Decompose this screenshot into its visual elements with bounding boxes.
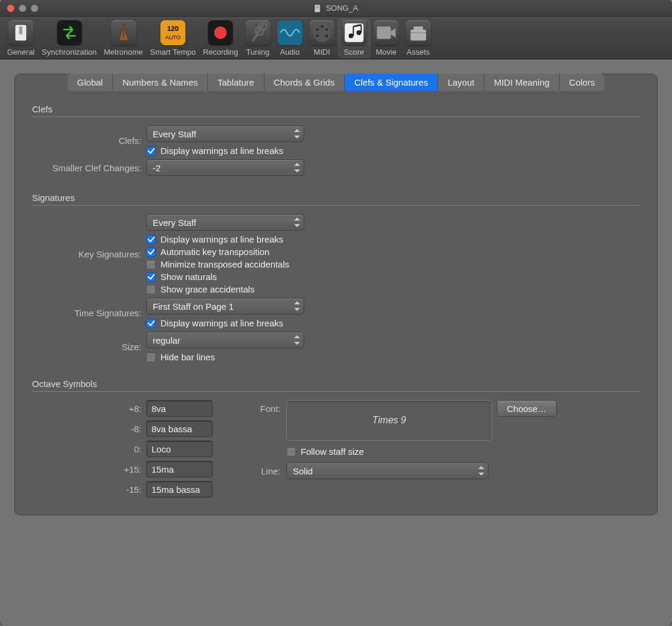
time-warnings-checkbox[interactable]: Display warnings at line breaks xyxy=(146,318,304,328)
score-icon xyxy=(342,20,367,45)
toolbar-recording[interactable]: Recording xyxy=(200,19,242,58)
toolbar-label: Movie xyxy=(376,48,397,56)
tab-global[interactable]: Global xyxy=(68,74,113,91)
minus8-label: -8: xyxy=(32,424,146,434)
settings-panel: GlobalNumbers & NamesTablatureChords & G… xyxy=(14,74,658,515)
svg-point-17 xyxy=(321,26,323,28)
svg-rect-2 xyxy=(316,7,319,7)
plus15-label: +15: xyxy=(32,464,146,474)
toolbar-label: Synchronization xyxy=(42,48,97,56)
svg-point-19 xyxy=(326,29,328,31)
plus8-field[interactable]: 8va xyxy=(146,400,213,417)
tuning-icon xyxy=(245,20,270,45)
plus15-field[interactable]: 15ma xyxy=(146,461,213,477)
svg-rect-3 xyxy=(316,8,319,8)
toolbar-score[interactable]: Score xyxy=(338,19,370,58)
clef-warnings-checkbox[interactable]: Display warnings at line breaks xyxy=(146,146,304,156)
minimize-icon[interactable] xyxy=(19,5,26,12)
smaller-clef-popup[interactable]: -2 xyxy=(146,159,304,176)
toolbar-smart-tempo[interactable]: 120AUTOSmart Tempo xyxy=(147,19,200,58)
toolbar-tuning[interactable]: Tuning xyxy=(242,19,274,58)
minus15-field[interactable]: 15ma bassa xyxy=(146,481,213,498)
zero-field[interactable]: Loco xyxy=(146,441,213,457)
clefs-popup[interactable]: Every Staff xyxy=(146,125,304,142)
size-popup[interactable]: regular xyxy=(146,332,304,348)
font-label: Font: xyxy=(248,400,282,414)
tab-numbers-names[interactable]: Numbers & Names xyxy=(113,74,208,91)
choose-font-button[interactable]: Choose… xyxy=(497,400,557,417)
svg-rect-29 xyxy=(411,30,426,40)
smart-tempo-icon: 120AUTO xyxy=(160,20,185,45)
size-label: Size: xyxy=(32,342,146,352)
toolbar-sync[interactable]: Synchronization xyxy=(38,19,100,58)
chevron-updown-icon xyxy=(294,129,300,139)
chevron-updown-icon xyxy=(294,163,300,172)
window-controls xyxy=(0,5,38,12)
toolbar-movie[interactable]: Movie xyxy=(370,19,402,58)
zero-label: 0: xyxy=(32,444,146,454)
tab-content: Clefs Clefs: Every Staff Display warning… xyxy=(14,91,658,498)
show-naturals-checkbox[interactable]: Show naturals xyxy=(146,272,304,282)
svg-rect-0 xyxy=(315,4,320,11)
tab-colors[interactable]: Colors xyxy=(560,74,604,91)
minus8-field[interactable]: 8va bassa xyxy=(146,420,213,437)
section-octave: Octave Symbols xyxy=(32,379,640,392)
font-preview: Times 9 xyxy=(286,400,492,441)
svg-text:AUTO: AUTO xyxy=(165,34,180,40)
preferences-window: SONG_A GeneralSynchronizationMetronome12… xyxy=(0,0,672,626)
toolbar-general[interactable]: General xyxy=(4,19,38,58)
toolbar-label: Smart Tempo xyxy=(150,48,196,56)
metronome-icon xyxy=(111,20,136,45)
audio-icon xyxy=(277,20,302,45)
toolbar-label: Recording xyxy=(203,48,238,56)
svg-rect-28 xyxy=(377,27,391,39)
time-sig-popup[interactable]: First Staff on Page 1 xyxy=(146,298,304,314)
chevron-updown-icon xyxy=(294,301,300,311)
chevron-updown-icon xyxy=(294,218,300,227)
tab-tablature[interactable]: Tablature xyxy=(208,74,264,91)
tab-midi-meaning[interactable]: MIDI Meaning xyxy=(484,74,559,91)
sync-icon xyxy=(57,20,82,45)
recording-icon xyxy=(208,20,233,45)
auto-transposition-checkbox[interactable]: Automatic key transposition xyxy=(146,247,304,257)
svg-point-23 xyxy=(349,33,354,38)
zoom-icon[interactable] xyxy=(31,5,38,12)
svg-point-21 xyxy=(326,34,328,37)
toolbar: GeneralSynchronizationMetronome120AUTOSm… xyxy=(0,17,672,59)
close-icon[interactable] xyxy=(7,5,14,12)
plus8-label: +8: xyxy=(32,404,146,414)
toolbar-label: General xyxy=(7,48,34,56)
chevron-updown-icon xyxy=(294,335,300,345)
tab-clefs-signatures[interactable]: Clefs & Signatures xyxy=(345,74,438,91)
follow-staff-checkbox[interactable]: Follow staff size xyxy=(286,446,364,457)
minimize-accidentals-checkbox[interactable]: Minimize transposed accidentals xyxy=(146,259,304,269)
toolbar-label: Tuning xyxy=(246,48,269,56)
hide-bars-checkbox[interactable]: Hide bar lines xyxy=(146,352,304,362)
toolbar-label: Audio xyxy=(280,48,299,56)
toolbar-label: Metronome xyxy=(104,48,143,56)
toolbar-midi[interactable]: MIDI xyxy=(306,19,338,58)
key-warnings-checkbox[interactable]: Display warnings at line breaks xyxy=(146,234,304,244)
toolbar-metronome[interactable]: Metronome xyxy=(100,19,147,58)
toolbar-label: Assets xyxy=(406,48,430,56)
toolbar-label: MIDI xyxy=(314,48,330,56)
tab-chords-grids[interactable]: Chords & Grids xyxy=(264,74,345,91)
svg-text:120: 120 xyxy=(167,24,179,33)
toolbar-assets[interactable]: Assets xyxy=(402,19,434,58)
titlebar: SONG_A xyxy=(0,0,672,17)
key-sig-popup[interactable]: Every Staff xyxy=(146,214,304,231)
minus15-label: -15: xyxy=(32,485,146,495)
svg-point-20 xyxy=(316,34,318,37)
movie-icon xyxy=(374,20,399,45)
toolbar-audio[interactable]: Audio xyxy=(274,19,306,58)
svg-point-12 xyxy=(214,27,227,39)
svg-rect-5 xyxy=(20,27,23,34)
tab-layout[interactable]: Layout xyxy=(438,74,484,91)
show-grace-checkbox[interactable]: Show grace accidentals xyxy=(146,284,304,294)
svg-rect-1 xyxy=(316,5,319,6)
time-sig-label: Time Signatures: xyxy=(32,308,146,318)
assets-icon xyxy=(406,20,431,45)
toolbar-label: Score xyxy=(344,48,364,56)
line-popup[interactable]: Solid xyxy=(286,463,488,479)
svg-rect-30 xyxy=(414,27,423,31)
